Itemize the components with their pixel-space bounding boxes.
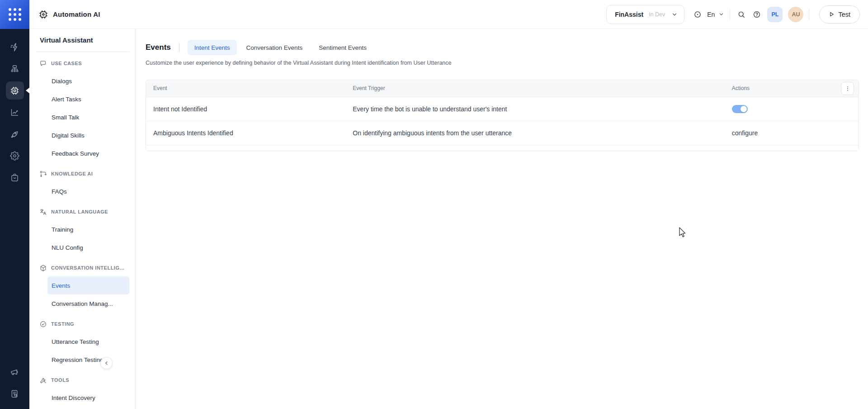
knowledge-blocks-icon: [39, 170, 47, 178]
line-chart-icon: [10, 108, 19, 117]
gear-icon: [10, 151, 19, 161]
kebab-menu-icon: [844, 86, 851, 92]
sidebar-item-intent-discovery[interactable]: Intent Discovery: [47, 389, 129, 407]
section-header-testing[interactable]: TESTING: [29, 315, 135, 333]
sidebar: Virtual Assistant USE CASES Dialogs Aler…: [29, 29, 136, 409]
section-natural-language: NATURAL LANGUAGE Training NLU Config: [29, 203, 135, 257]
rail-item-deploy[interactable]: [4, 123, 26, 145]
rail-item-automation-flows[interactable]: [4, 36, 26, 58]
section-header-tools[interactable]: TOOLS: [29, 371, 135, 389]
language-label: En: [707, 11, 715, 18]
sidebar-item-events[interactable]: Events: [47, 276, 129, 295]
help-button[interactable]: [749, 7, 764, 22]
configure-link[interactable]: configure: [732, 129, 758, 137]
app-launcher-grid-icon[interactable]: [0, 0, 29, 29]
actions-cell: configure: [725, 121, 859, 145]
section-header-knowledge-ai[interactable]: KNOWLEDGE AI: [29, 165, 135, 182]
tab-conversation-events[interactable]: Conversation Events: [240, 40, 310, 55]
sidebar-item-alert-tasks[interactable]: Alert Tasks: [47, 90, 129, 108]
automation-ai-chip-icon: [38, 10, 48, 19]
user-avatar[interactable]: AU: [788, 7, 803, 22]
tools-wrench-icon: [39, 376, 47, 384]
event-cell: Ambiguous Intents Identified: [146, 121, 345, 145]
section-use-cases: USE CASES Dialogs Alert Tasks Small Talk…: [29, 55, 135, 162]
section-conversation-intelligence: CONVERSATION INTELLIG... Events Conversa…: [29, 259, 135, 313]
test-button-label: Test: [838, 11, 850, 18]
flowchart-icon: [10, 64, 19, 74]
column-header-actions: Actions: [725, 80, 859, 97]
section-header-use-cases[interactable]: USE CASES: [29, 55, 135, 72]
topbar-divider: [730, 9, 730, 20]
rail-item-analytics[interactable]: [4, 101, 26, 123]
app-title: Automation AI: [53, 10, 100, 18]
search-button[interactable]: [734, 7, 749, 22]
chip-icon: [10, 86, 19, 95]
main-content: Events Intent Events Conversation Events…: [136, 29, 868, 409]
sidebar-item-feedback-survey[interactable]: Feedback Survey: [47, 144, 129, 162]
section-label: TOOLS: [51, 377, 69, 383]
sidebar-item-regression-testing[interactable]: Regression Testing: [47, 351, 129, 369]
check-badge-icon: [39, 320, 47, 328]
sidebar-item-faqs[interactable]: FAQs: [47, 182, 129, 200]
sidebar-item-small-talk[interactable]: Small Talk: [47, 108, 129, 126]
megaphone-icon: [10, 367, 19, 377]
document-search-icon: [10, 389, 19, 399]
search-icon: [737, 10, 745, 19]
sidebar-divider: [36, 52, 130, 52]
sidebar-item-training[interactable]: Training: [47, 220, 129, 238]
rocket-icon: [10, 129, 19, 139]
section-tools: TOOLS Intent Discovery: [29, 371, 135, 407]
sidebar-collapse-button[interactable]: [100, 357, 113, 369]
chevron-left-icon: [104, 361, 109, 366]
tab-intent-events[interactable]: Intent Events: [188, 40, 237, 55]
rail-item-flowchart[interactable]: [4, 58, 26, 80]
section-header-conversation-intelligence[interactable]: CONVERSATION INTELLIG...: [29, 259, 135, 276]
event-trigger-cell: On identifying ambiguous intents from th…: [345, 121, 724, 145]
actions-cell: [725, 97, 859, 121]
sidebar-item-digital-skills[interactable]: Digital Skills: [47, 126, 129, 144]
section-testing: TESTING Utterance Testing Regression Tes…: [29, 315, 135, 369]
intent-not-identified-toggle[interactable]: [732, 105, 748, 113]
active-rail-pointer: [26, 87, 30, 94]
rail-item-settings[interactable]: [4, 145, 26, 166]
table-row: Ambiguous Intents Identified On identify…: [146, 121, 859, 145]
chevron-down-icon: [671, 11, 678, 18]
section-header-natural-language[interactable]: NATURAL LANGUAGE: [29, 203, 135, 220]
rail-item-announcements[interactable]: [4, 361, 26, 383]
bot-selector-dropdown[interactable]: FinAssist In Dev: [606, 5, 684, 24]
column-header-event-trigger: Event Trigger: [345, 80, 724, 97]
toggle-knob: [741, 106, 747, 112]
column-header-event: Event: [146, 80, 345, 97]
sidebar-item-dialogs[interactable]: Dialogs: [47, 72, 129, 90]
events-table: Event Event Trigger Actions Intent not I…: [146, 80, 859, 151]
test-button[interactable]: Test: [819, 5, 860, 24]
language-selector[interactable]: En: [707, 11, 724, 18]
sidebar-item-utterance-testing[interactable]: Utterance Testing: [47, 333, 129, 351]
target-icon: [693, 10, 702, 19]
sidebar-item-nlu-config[interactable]: NLU Config: [47, 238, 129, 257]
section-label: TESTING: [51, 321, 74, 327]
play-icon: [829, 11, 835, 17]
package-cube-icon: [39, 264, 47, 272]
section-label: USE CASES: [51, 61, 82, 66]
table-options-button[interactable]: [841, 82, 854, 95]
translate-icon: [39, 208, 47, 216]
tab-sentiment-events[interactable]: Sentiment Events: [312, 40, 373, 55]
sidebar-item-conversation-management[interactable]: Conversation Manag...: [47, 295, 129, 313]
topbar-divider: [809, 9, 809, 20]
rail-item-docs[interactable]: [4, 383, 26, 404]
rail-item-marketplace[interactable]: [4, 166, 26, 188]
grid-dots-icon: [9, 8, 21, 21]
page-title: Events: [146, 43, 171, 52]
bot-status: In Dev: [649, 11, 665, 18]
section-knowledge-ai: KNOWLEDGE AI FAQs: [29, 165, 135, 200]
section-label: CONVERSATION INTELLIG...: [51, 265, 124, 271]
target-icon-button[interactable]: [690, 7, 705, 22]
rail-item-automation-ai[interactable]: [4, 80, 26, 101]
table-footer-row: [146, 145, 859, 151]
event-trigger-cell: Every time the bot is unable to understa…: [345, 97, 724, 121]
section-label: KNOWLEDGE AI: [51, 171, 93, 176]
help-icon: [753, 10, 761, 19]
workspace-badge[interactable]: PL: [767, 7, 783, 22]
top-bar: Automation AI FinAssist In Dev En PL AU …: [29, 0, 868, 29]
